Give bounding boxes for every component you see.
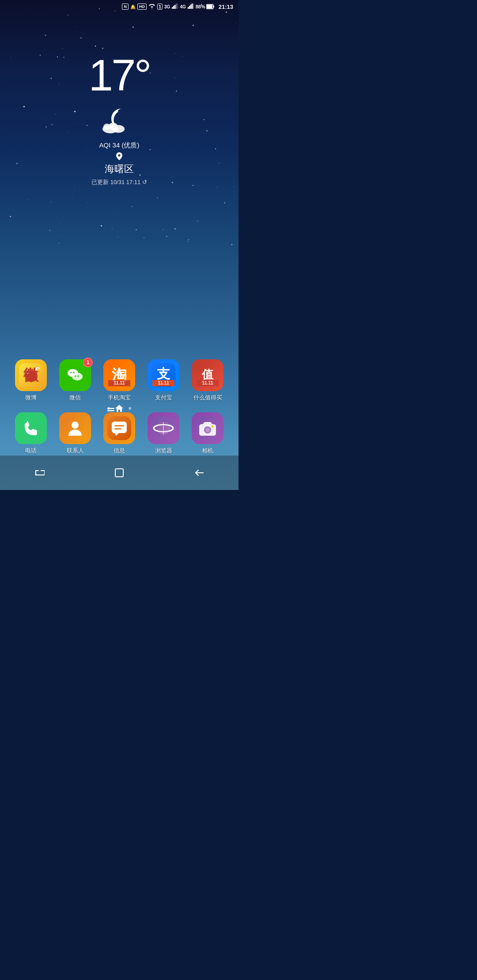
app-grid: 微博 1 微信 xyxy=(0,359,238,402)
svg-text:11.11: 11.11 xyxy=(202,381,213,385)
svg-rect-12 xyxy=(213,6,214,8)
svg-text:11.11: 11.11 xyxy=(158,381,169,385)
dock-camera[interactable]: 相机 xyxy=(188,412,227,455)
hd-icon: HD xyxy=(137,4,147,10)
svg-rect-7 xyxy=(190,4,192,9)
svg-point-45 xyxy=(72,422,79,429)
svg-rect-43 xyxy=(19,416,43,440)
alipay-icon-wrapper[interactable]: 支 11.11 xyxy=(148,359,179,391)
4g-icon: 4G xyxy=(180,4,186,9)
messages-icon-wrapper[interactable] xyxy=(103,412,135,444)
nav-bar xyxy=(0,456,238,490)
nav-recent-button[interactable] xyxy=(26,464,53,482)
wechat-label: 微信 xyxy=(69,394,81,402)
battery-percent: 88% xyxy=(196,4,205,9)
location-pin-icon xyxy=(116,152,122,162)
svg-rect-5 xyxy=(188,7,189,9)
wechat-badge: 1 xyxy=(83,358,93,367)
svg-point-24 xyxy=(72,373,83,381)
weibo-icon-wrapper[interactable] xyxy=(15,359,47,391)
dock-phone[interactable]: 电话 xyxy=(11,412,50,455)
svg-point-25 xyxy=(70,372,72,373)
status-bar: N 🔔 HD 1 3G 4G xyxy=(0,0,238,13)
app-smzdm[interactable]: 值 11.11 什么值得买 xyxy=(188,359,227,402)
browser-icon[interactable] xyxy=(148,412,179,444)
svg-point-18 xyxy=(25,371,38,382)
svg-rect-1 xyxy=(173,6,174,9)
dock-messages[interactable]: 信息 xyxy=(100,412,139,455)
wifi-icon xyxy=(148,3,155,10)
svg-rect-42 xyxy=(107,410,114,411)
svg-rect-6 xyxy=(189,6,190,9)
app-weibo[interactable]: 微博 xyxy=(11,359,50,402)
3g-icon: 3G xyxy=(164,4,170,9)
nfc-icon: N xyxy=(122,4,129,10)
clock: 21:13 xyxy=(219,4,233,10)
signal2-icon xyxy=(188,4,194,10)
wechat-icon-wrapper[interactable]: 1 xyxy=(59,359,91,391)
svg-point-21 xyxy=(27,372,28,373)
dock: 电话 联系人 xyxy=(0,412,238,455)
svg-rect-0 xyxy=(172,7,173,9)
nav-home-button[interactable] xyxy=(106,464,132,482)
phone-icon-wrapper[interactable] xyxy=(15,412,47,444)
svg-rect-61 xyxy=(115,469,123,477)
weather-widget: 17° AQI 34 (优质) 海曙区 已更新 10/31 17:11 ↺ xyxy=(0,53,238,186)
weibo-label: 微博 xyxy=(25,394,37,402)
notification-icon: 1 xyxy=(157,4,163,10)
contacts-label: 联系人 xyxy=(67,447,84,455)
app-alipay[interactable]: 支 11.11 支付宝 xyxy=(144,359,183,402)
svg-rect-9 xyxy=(193,4,194,9)
svg-rect-48 xyxy=(114,425,124,426)
svg-rect-17 xyxy=(19,363,43,387)
svg-rect-8 xyxy=(192,4,193,9)
svg-rect-4 xyxy=(177,4,178,9)
signal-icon xyxy=(172,4,178,10)
camera-icon-wrapper[interactable] xyxy=(192,412,223,444)
svg-point-28 xyxy=(77,375,79,377)
alipay-label: 支付宝 xyxy=(155,394,172,402)
messages-icon[interactable] xyxy=(103,412,135,444)
taobao-icon-wrapper[interactable]: 淘 11.11 xyxy=(103,359,135,391)
temperature: 17° xyxy=(88,53,150,97)
svg-point-59 xyxy=(205,428,210,432)
aqi-info: AQI 34 (优质) xyxy=(99,141,140,150)
nav-back-button[interactable] xyxy=(186,464,212,482)
page-dot-home xyxy=(115,405,123,411)
browser-icon-wrapper[interactable] xyxy=(148,412,179,444)
alipay-icon[interactable]: 支 11.11 xyxy=(148,359,179,391)
page-indicator xyxy=(0,405,238,411)
status-icons: N 🔔 HD 1 3G 4G xyxy=(122,3,233,10)
battery-icon: 88% xyxy=(196,4,214,9)
smzdm-icon-wrapper[interactable]: 值 11.11 xyxy=(192,359,223,391)
camera-label: 相机 xyxy=(202,447,213,455)
dock-browser[interactable]: 浏览器 xyxy=(144,412,183,455)
messages-label: 信息 xyxy=(114,447,125,455)
app-wechat[interactable]: 1 微信 xyxy=(56,359,95,402)
phone-icon[interactable] xyxy=(15,412,47,444)
weather-condition-icon xyxy=(97,103,141,136)
svg-rect-49 xyxy=(114,428,121,430)
smzdm-icon[interactable]: 值 11.11 xyxy=(192,359,223,391)
dock-contacts[interactable]: 联系人 xyxy=(56,412,95,455)
svg-rect-3 xyxy=(176,4,177,9)
svg-point-20 xyxy=(26,371,29,374)
svg-point-16 xyxy=(103,124,110,130)
contacts-icon-wrapper[interactable] xyxy=(59,412,91,444)
page-dot-2 xyxy=(129,407,131,410)
taobao-label: 手机淘宝 xyxy=(108,394,131,402)
svg-point-27 xyxy=(75,375,76,377)
alarm-icon: 🔔 xyxy=(130,4,136,9)
update-time: 已更新 10/31 17:11 ↺ xyxy=(91,178,147,186)
svg-text:11.11: 11.11 xyxy=(114,381,125,385)
svg-text:支: 支 xyxy=(156,366,170,381)
taobao-icon[interactable]: 淘 11.11 xyxy=(103,359,135,391)
page-dot-1 xyxy=(107,407,110,410)
app-taobao[interactable]: 淘 11.11 手机淘宝 xyxy=(100,359,139,402)
camera-icon[interactable] xyxy=(192,412,223,444)
weibo-icon[interactable] xyxy=(15,359,47,391)
contacts-icon[interactable] xyxy=(59,412,91,444)
browser-label: 浏览器 xyxy=(155,447,172,455)
smzdm-label: 什么值得买 xyxy=(193,394,222,402)
phone-label: 电话 xyxy=(25,447,37,455)
